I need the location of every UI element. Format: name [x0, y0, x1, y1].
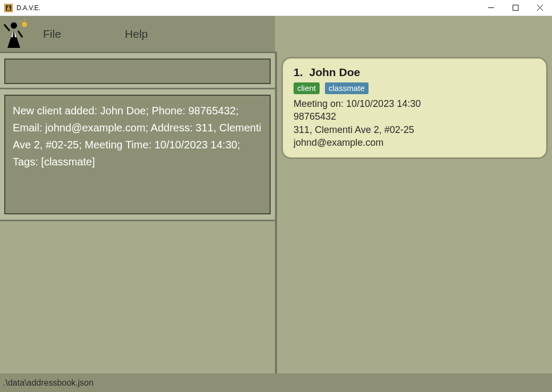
menu-help[interactable]: Help	[120, 28, 153, 40]
person-title: 1. John Doe	[294, 66, 536, 79]
person-card[interactable]: 1. John Doe client classmate Meeting on:…	[281, 57, 548, 159]
svg-line-12	[4, 24, 10, 31]
maximize-button[interactable]	[503, 0, 528, 16]
person-email: johnd@example.com	[294, 136, 536, 149]
menubar: File Help	[0, 16, 275, 52]
person-phone: 98765432	[294, 110, 536, 123]
right-panel: 1. John Doe client classmate Meeting on:…	[275, 52, 552, 373]
person-meeting: Meeting on: 10/10/2023 14:30	[294, 97, 536, 110]
tag-classmate: classmate	[325, 82, 369, 94]
svg-rect-3	[7, 8, 10, 10]
window-title: D.A.V.E.	[16, 4, 40, 12]
svg-line-16	[20, 21, 21, 22]
left-spacer	[0, 221, 275, 373]
logo-icon	[0, 16, 30, 52]
svg-rect-5	[513, 5, 518, 11]
minimize-button[interactable]	[479, 0, 503, 16]
person-index: 1.	[294, 66, 303, 79]
left-panel: New client added: John Doe; Phone: 98765…	[0, 52, 275, 373]
command-wrap	[0, 52, 275, 89]
titlebar: D.A.V.E.	[0, 0, 552, 16]
person-tags: client classmate	[294, 82, 536, 94]
svg-line-13	[18, 31, 22, 37]
person-address: 311, Clementi Ave 2, #02-25	[294, 123, 536, 136]
result-wrap: New client added: John Doe; Phone: 98765…	[0, 89, 275, 221]
status-path: .\data\addressbook.json	[3, 378, 94, 388]
app-body: File Help New client added: John Doe; Ph…	[0, 16, 552, 392]
main-columns: New client added: John Doe; Phone: 98765…	[0, 52, 552, 373]
svg-point-8	[11, 22, 17, 29]
result-display: New client added: John Doe; Phone: 98765…	[4, 95, 271, 214]
close-button[interactable]	[528, 0, 552, 16]
svg-point-14	[22, 22, 27, 27]
person-name: John Doe	[310, 66, 361, 79]
app-icon	[4, 4, 13, 12]
statusbar: .\data\addressbook.json	[0, 373, 552, 392]
menu-file[interactable]: File	[38, 28, 66, 40]
command-input[interactable]	[4, 59, 271, 84]
svg-point-2	[7, 6, 10, 8]
tag-client: client	[294, 82, 320, 94]
